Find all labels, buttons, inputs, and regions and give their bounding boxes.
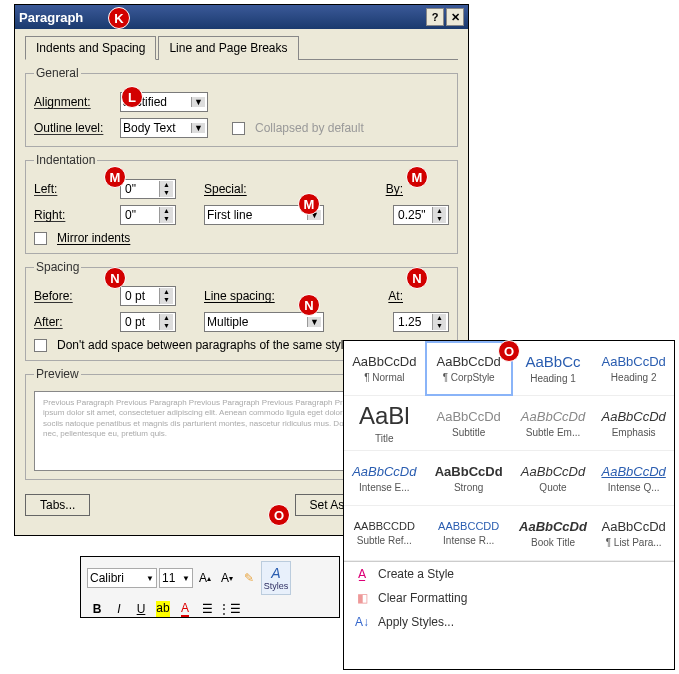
left-spinner[interactable]: 0"▲▼ — [120, 179, 176, 199]
help-button[interactable]: ? — [426, 8, 444, 26]
marker-m2: M — [298, 193, 320, 215]
style-cell[interactable]: AaBbCcDdIntense Q... — [593, 451, 674, 506]
marker-n3: N — [406, 267, 428, 289]
style-cell[interactable]: AaBbCcDdBook Title — [513, 506, 594, 561]
bullets-button[interactable]: ☰ — [197, 599, 217, 619]
eraser-icon: ◧ — [354, 591, 370, 605]
chevron-down-icon: ▼ — [307, 317, 321, 327]
create-style-item[interactable]: A̲Create a Style — [344, 562, 674, 586]
at-label: At: — [388, 289, 403, 303]
outline-select[interactable]: Body Text ▼ — [120, 118, 208, 138]
chevron-down-icon: ▼ — [191, 97, 205, 107]
style-cell[interactable]: AaBbCcDdStrong — [425, 451, 513, 506]
marker-n: N — [104, 267, 126, 289]
italic-button[interactable]: I — [109, 599, 129, 619]
style-cell[interactable]: AaBbCcDdQuote — [513, 451, 594, 506]
title-bar: Paragraph ? ✕ — [15, 5, 468, 29]
style-cell[interactable]: AABBCCDDSubtle Ref... — [344, 506, 425, 561]
spacing-legend: Spacing — [34, 260, 81, 274]
style-cell[interactable]: AaBbCcDd¶ Normal — [344, 341, 425, 396]
noadd-checkbox[interactable] — [34, 339, 47, 352]
before-label: Before: — [34, 289, 114, 303]
style-cell[interactable]: AaBbCcDdIntense E... — [344, 451, 425, 506]
style-cell[interactable]: AaBbCcDdEmphasis — [593, 396, 674, 451]
indentation-group: Indentation Left: 0"▲▼ Special: By: Righ… — [25, 153, 458, 254]
collapsed-checkbox — [232, 122, 245, 135]
style-cell[interactable]: AaBbCcDdSubtle Em... — [513, 396, 594, 451]
dialog-tabs: Indents and Spacing Line and Page Breaks — [25, 35, 458, 60]
apply-styles-item[interactable]: A↓Apply Styles... — [344, 610, 674, 634]
marker-l: L — [121, 86, 143, 108]
special-label: Special: — [204, 182, 247, 196]
mirror-label: Mirror indents — [57, 231, 130, 245]
underline-button[interactable]: U — [131, 599, 151, 619]
marker-k: K — [108, 7, 130, 29]
indentation-legend: Indentation — [34, 153, 97, 167]
noadd-label: Don't add space between paragraphs of th… — [57, 338, 350, 352]
create-style-icon: A̲ — [354, 567, 370, 581]
alignment-label: Alignment: — [34, 95, 114, 109]
styles-button[interactable]: A Styles — [261, 561, 291, 595]
line-value: Multiple — [207, 315, 248, 329]
tab-indents-spacing[interactable]: Indents and Spacing — [25, 36, 156, 60]
line-label: Line spacing: — [204, 289, 275, 303]
style-cell[interactable]: AaBbCcHeading 1 — [513, 341, 594, 396]
right-label: Right: — [34, 208, 114, 222]
after-spinner[interactable]: 0 pt▲▼ — [120, 312, 176, 332]
style-cell[interactable]: AaBbCcDdHeading 2 — [593, 341, 674, 396]
close-button[interactable]: ✕ — [446, 8, 464, 26]
special-value: First line — [207, 208, 252, 222]
format-painter-icon[interactable]: ✎ — [239, 568, 259, 588]
mirror-checkbox[interactable] — [34, 232, 47, 245]
marker-m3: M — [406, 166, 428, 188]
at-spinner[interactable]: 1.25▲▼ — [393, 312, 449, 332]
font-toolbar: Calibri▼ 11▼ A▴ A▾ ✎ A Styles B I U ab A… — [80, 556, 340, 618]
marker-o: O — [268, 504, 290, 526]
chevron-down-icon: ▼ — [191, 123, 205, 133]
collapsed-label: Collapsed by default — [255, 121, 364, 135]
apply-styles-icon: A↓ — [354, 615, 370, 629]
by-label: By: — [386, 182, 403, 196]
highlight-button[interactable]: ab — [153, 599, 173, 619]
tab-line-page-breaks[interactable]: Line and Page Breaks — [158, 36, 298, 60]
clear-formatting-item[interactable]: ◧Clear Formatting — [344, 586, 674, 610]
style-cell[interactable]: AaBbCcDdSubtitle — [425, 396, 513, 451]
font-color-button[interactable]: A — [175, 599, 195, 619]
font-select[interactable]: Calibri▼ — [87, 568, 157, 588]
marker-o2: O — [498, 340, 520, 362]
shrink-font-button[interactable]: A▾ — [217, 568, 237, 588]
numbering-button[interactable]: ⋮☰ — [219, 599, 239, 619]
bold-button[interactable]: B — [87, 599, 107, 619]
marker-m: M — [104, 166, 126, 188]
preview-legend: Preview — [34, 367, 81, 381]
dialog-title: Paragraph — [19, 10, 83, 25]
style-cell[interactable]: AaBbCcDd¶ List Para... — [593, 506, 674, 561]
size-select[interactable]: 11▼ — [159, 568, 193, 588]
style-cell[interactable]: AaBlTitle — [344, 396, 425, 451]
grow-font-button[interactable]: A▴ — [195, 568, 215, 588]
styles-gallery: AaBbCcDd¶ NormalAaBbCcDd¶ CorpStyleAaBbC… — [343, 340, 675, 670]
before-spinner[interactable]: 0 pt▲▼ — [120, 286, 176, 306]
marker-n2: N — [298, 294, 320, 316]
style-cell[interactable]: AABBCCDDIntense R... — [425, 506, 513, 561]
left-label: Left: — [34, 182, 114, 196]
tabs-button[interactable]: Tabs... — [25, 494, 90, 516]
general-legend: General — [34, 66, 81, 80]
outline-value: Body Text — [123, 121, 175, 135]
general-group: General Alignment: Justified ▼ Outline l… — [25, 66, 458, 147]
after-label: After: — [34, 315, 114, 329]
right-spinner[interactable]: 0"▲▼ — [120, 205, 176, 225]
outline-label: Outline level: — [34, 121, 114, 135]
by-spinner[interactable]: 0.25"▲▼ — [393, 205, 449, 225]
